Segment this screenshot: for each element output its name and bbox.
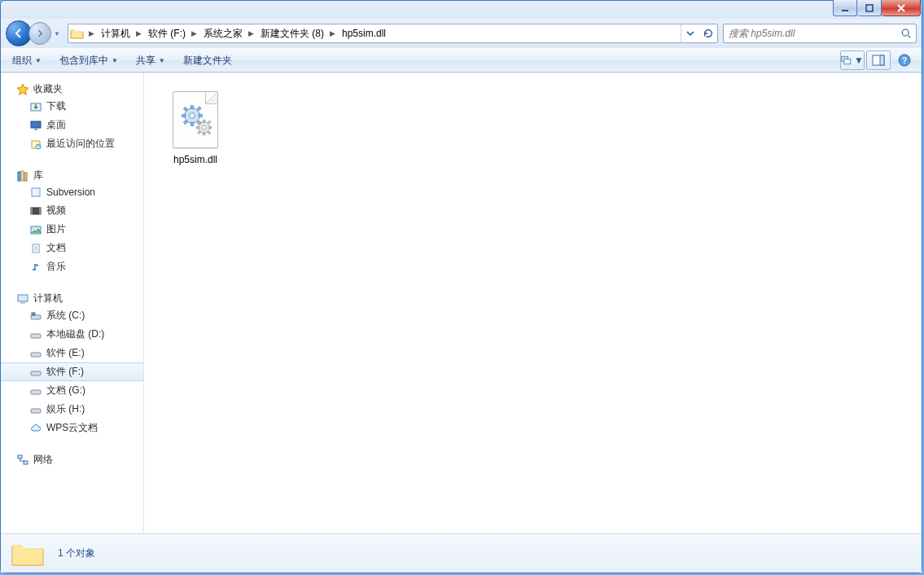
toolbar-label: 组织 [12, 54, 32, 68]
status-text: 1 个对象 [58, 546, 95, 560]
sidebar-item-label: 本地磁盘 (D:) [46, 327, 104, 341]
toolbar: 组织 ▼ 包含到库中 ▼ 共享 ▼ 新建文件夹 ▼ [1, 48, 922, 72]
breadcrumb-label: 系统之家 [204, 27, 243, 41]
svg-point-24 [33, 268, 36, 270]
navigation-pane[interactable]: 收藏夹 下载 桌面 最 [1, 73, 144, 533]
svg-rect-35 [24, 461, 28, 464]
sidebar-item-music[interactable]: 音乐 [1, 257, 143, 276]
nav-forward-button[interactable] [28, 22, 51, 45]
share-button[interactable]: 共享 ▼ [129, 50, 172, 70]
close-button[interactable] [882, 0, 921, 16]
svg-rect-15 [21, 171, 24, 181]
sidebar-item-recent[interactable]: 最近访问的位置 [1, 134, 143, 153]
sidebar-item-pictures[interactable]: 图片 [1, 220, 143, 239]
nav-history-dropdown[interactable]: ▼ [51, 23, 63, 44]
svg-point-22 [33, 227, 36, 230]
explorer-window: ▼ ▶ 计算机 ▶ 软件 (F:) ▶ 系统之家 ▶ [0, 0, 922, 573]
sidebar-item-videos[interactable]: 视频 [1, 201, 143, 220]
sidebar-item-wps-cloud[interactable]: WPS云文档 [1, 419, 143, 437]
file-view[interactable]: hp5sim.dll [144, 73, 922, 533]
breadcrumb-label: 计算机 [101, 27, 130, 41]
sidebar-item-label: 系统 (C:) [46, 309, 85, 323]
svg-point-2 [902, 29, 909, 36]
chevron-right-icon[interactable]: ▶ [134, 29, 143, 37]
chevron-right-icon[interactable]: ▶ [189, 29, 199, 37]
sidebar-item-downloads[interactable]: 下载 [1, 97, 143, 116]
svg-rect-34 [18, 455, 22, 459]
chevron-down-icon: ▼ [854, 55, 864, 66]
svg-rect-26 [20, 302, 25, 304]
toolbar-label: 包含到库中 [59, 54, 108, 68]
libraries-icon [15, 169, 30, 182]
organize-button[interactable]: 组织 ▼ [6, 50, 48, 70]
minimize-button[interactable] [833, 0, 857, 16]
nav-arrows-group: ▼ [6, 20, 63, 46]
download-icon [28, 100, 43, 113]
svg-rect-29 [31, 334, 41, 338]
svg-rect-20 [39, 208, 41, 214]
sidebar-header-libraries[interactable]: 库 [1, 168, 143, 183]
breadcrumb-item[interactable]: hp5sim.dll [337, 24, 389, 42]
file-item[interactable]: hp5sim.dll [154, 86, 237, 169]
sidebar-item-label: 文档 [46, 241, 66, 255]
sidebar-item-label: 软件 (F:) [46, 365, 84, 379]
status-bar: 1 个对象 [1, 533, 922, 573]
maximize-button[interactable] [857, 0, 882, 16]
breadcrumb-item[interactable]: 新建文件夹 (8) [256, 24, 327, 42]
sidebar-item-drive-d[interactable]: 本地磁盘 (D:) [1, 325, 143, 344]
address-bar[interactable]: ▶ 计算机 ▶ 软件 (F:) ▶ 系统之家 ▶ 新建文件夹 (8) ▶ [68, 24, 718, 43]
new-folder-button[interactable]: 新建文件夹 [177, 50, 239, 70]
change-view-button[interactable]: ▼ [840, 50, 865, 70]
svg-rect-39 [190, 122, 193, 125]
sidebar-header-network[interactable]: 网络 [1, 452, 143, 467]
chevron-right-icon[interactable]: ▶ [86, 29, 96, 37]
sidebar-item-documents[interactable]: 文档 [1, 239, 143, 257]
recent-icon [28, 138, 43, 151]
svg-rect-0 [842, 10, 848, 11]
sidebar-group-libraries: 库 Subversion 视频 [1, 168, 143, 276]
svg-rect-50 [196, 126, 199, 129]
sidebar-item-label: 软件 (E:) [46, 346, 85, 360]
chevron-right-icon[interactable]: ▶ [246, 29, 256, 37]
sidebar-header-label: 收藏夹 [33, 82, 63, 96]
sidebar-item-label: 娱乐 (H:) [46, 402, 85, 416]
sidebar-item-desktop[interactable]: 桌面 [1, 116, 143, 134]
window-controls [833, 0, 921, 16]
sidebar-group-favorites: 收藏夹 下载 桌面 最 [1, 81, 143, 153]
drive-icon [28, 347, 43, 360]
toolbar-label: 共享 [136, 54, 155, 68]
breadcrumb-item[interactable]: 软件 (F:) [143, 24, 189, 42]
drive-icon [28, 328, 43, 341]
sidebar-item-drive-h[interactable]: 娱乐 (H:) [1, 400, 143, 419]
sidebar-item-subversion[interactable]: Subversion [1, 183, 143, 201]
sidebar-header-favorites[interactable]: 收藏夹 [1, 81, 143, 97]
svg-rect-27 [31, 315, 41, 319]
sidebar-header-computer[interactable]: 计算机 [1, 291, 143, 306]
preview-pane-button[interactable] [866, 50, 891, 70]
title-bar [1, 1, 922, 19]
search-icon[interactable] [900, 28, 913, 39]
address-dropdown-button[interactable] [681, 24, 699, 42]
sidebar-item-label: 图片 [46, 222, 66, 236]
breadcrumb-label: hp5sim.dll [342, 28, 386, 39]
sidebar-item-drive-f[interactable]: 软件 (F:) [1, 362, 143, 381]
search-input[interactable] [727, 27, 900, 40]
chevron-right-icon[interactable]: ▶ [327, 29, 337, 37]
dll-gear-icon [169, 90, 221, 149]
search-box[interactable] [723, 24, 917, 43]
include-in-library-button[interactable]: 包含到库中 ▼ [53, 50, 125, 70]
sidebar-item-label: Subversion [46, 187, 95, 198]
svg-rect-30 [31, 353, 41, 357]
breadcrumb-item[interactable]: 计算机 [96, 24, 134, 42]
sidebar-item-drive-c[interactable]: 系统 (C:) [1, 306, 143, 325]
help-button[interactable]: ? [892, 50, 917, 70]
network-icon [15, 454, 30, 467]
sidebar-item-label: 下载 [46, 99, 66, 113]
breadcrumb: ▶ 计算机 ▶ 软件 (F:) ▶ 系统之家 ▶ 新建文件夹 (8) ▶ [68, 24, 681, 42]
sidebar-item-drive-e[interactable]: 软件 (E:) [1, 344, 143, 362]
drive-icon [28, 384, 43, 397]
refresh-button[interactable] [699, 24, 717, 42]
svg-text:?: ? [902, 56, 907, 65]
sidebar-item-drive-g[interactable]: 文档 (G:) [1, 381, 143, 400]
breadcrumb-item[interactable]: 系统之家 [199, 24, 246, 42]
